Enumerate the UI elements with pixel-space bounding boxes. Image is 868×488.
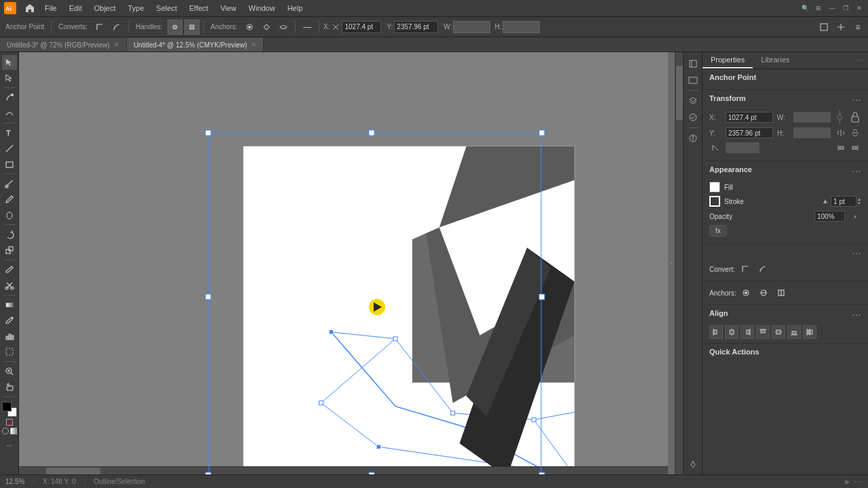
convert-corner-btn2[interactable]: [738, 262, 753, 277]
rectangle-tool-btn[interactable]: [2, 157, 17, 171]
maximize-button[interactable]: ❐: [840, 3, 852, 14]
align-more-btn[interactable]: ⋯: [852, 310, 861, 321]
align-bottom-edge-btn[interactable]: [787, 325, 801, 339]
menu-file[interactable]: File: [39, 3, 62, 14]
transform-w-input[interactable]: [793, 112, 831, 123]
align-left-btn[interactable]: [835, 142, 847, 154]
pin-btn[interactable]: [686, 457, 701, 472]
y-input[interactable]: [394, 21, 438, 33]
scissors-tool-btn[interactable]: [2, 278, 17, 293]
w-input[interactable]: [453, 21, 490, 33]
toolbar-right-btn-3[interactable]: ≡: [850, 20, 865, 35]
canvas-area[interactable]: ›: [19, 52, 683, 474]
anchor-btn-2[interactable]: [756, 285, 771, 300]
toolbar-right-btn-1[interactable]: [816, 20, 831, 35]
align-right-edge-btn[interactable]: [741, 325, 754, 339]
tab-untitled3-close[interactable]: ✕: [114, 41, 119, 48]
align-left-edge-btn[interactable]: [709, 325, 723, 339]
blob-brush-tool-btn[interactable]: [2, 207, 17, 222]
align-center-v-btn[interactable]: [772, 325, 785, 339]
opacity-more-btn[interactable]: ›: [849, 210, 861, 222]
convert-smooth-btn2[interactable]: [755, 262, 770, 277]
gradient-mode-btn[interactable]: [10, 428, 17, 434]
opacity-input[interactable]: [814, 211, 845, 222]
rotate-tool-btn[interactable]: [2, 227, 17, 242]
curvature-tool-btn[interactable]: [2, 106, 17, 121]
menu-object[interactable]: Object: [89, 3, 121, 14]
menu-view[interactable]: View: [215, 3, 242, 14]
transform-x-input[interactable]: [726, 112, 773, 123]
vertical-scrollbar[interactable]: [675, 52, 683, 474]
layers-btn[interactable]: [686, 94, 701, 108]
stroke-weight-input[interactable]: [831, 196, 856, 207]
close-button[interactable]: ✕: [853, 3, 865, 14]
v-scrollbar-thumb[interactable]: [676, 66, 683, 120]
arrange-button[interactable]: ⊞: [812, 3, 825, 14]
stroke-weight-decrease-btn[interactable]: ▲: [818, 195, 831, 207]
gradient-tool-btn[interactable]: [2, 298, 17, 312]
hand-tool-btn[interactable]: [2, 380, 17, 394]
anchors-btn-2[interactable]: [259, 20, 274, 35]
search-button[interactable]: 🔍: [799, 3, 811, 14]
panel-options-btn[interactable]: ⋯: [856, 56, 864, 65]
status-options-btn[interactable]: ⋯: [853, 476, 863, 487]
right-panel-collapse[interactable]: ›: [668, 52, 675, 474]
handles-btn-2[interactable]: [184, 20, 199, 35]
fill-swatch[interactable]: [709, 182, 720, 192]
menu-select[interactable]: Select: [151, 3, 182, 14]
properties-tab[interactable]: Properties: [703, 52, 753, 68]
tab-untitled4[interactable]: Untitled-4* @ 12.5% (CMYK/Preview) ✕: [127, 38, 264, 52]
toolbar-right-btn-2[interactable]: [833, 20, 848, 35]
canvas-btn[interactable]: [686, 73, 701, 87]
anchors-btn-3[interactable]: [276, 20, 291, 35]
transform-h-input[interactable]: [793, 127, 831, 138]
appearance-more-btn[interactable]: ⋯: [852, 166, 861, 177]
menu-help[interactable]: Help: [282, 3, 309, 14]
transform-more-btn[interactable]: ⋯: [852, 95, 861, 106]
align-center-h-btn[interactable]: [725, 325, 738, 339]
info-btn[interactable]: [686, 131, 701, 146]
minimize-button[interactable]: —: [826, 3, 838, 14]
libraries-tab[interactable]: Libraries: [753, 52, 797, 68]
flip-v-btn[interactable]: [849, 127, 861, 139]
ratio-lock-btn[interactable]: [849, 111, 861, 123]
direct-selection-tool-btn[interactable]: [2, 70, 17, 85]
pencil-tool-btn[interactable]: [2, 192, 17, 207]
handles-btn-1[interactable]: [167, 20, 182, 35]
convert-smooth-btn[interactable]: [109, 20, 124, 35]
distribute-left-btn[interactable]: [803, 325, 816, 339]
menu-effect[interactable]: Effect: [184, 3, 214, 14]
pen-tool-btn[interactable]: [2, 90, 17, 105]
horizontal-scrollbar[interactable]: [19, 466, 675, 474]
properties-toggle-btn[interactable]: [686, 56, 701, 71]
tab-untitled4-close[interactable]: ✕: [251, 41, 256, 48]
status-right-btn[interactable]: ▶: [845, 478, 850, 485]
convert-corner-btn[interactable]: [92, 20, 107, 35]
anchors-btn-1[interactable]: [242, 20, 257, 35]
tab-untitled3[interactable]: Untitled-3* @ 72% (RGB/Preview) ✕: [0, 38, 127, 52]
artboard-tool-btn[interactable]: [2, 344, 17, 359]
stroke-swatch[interactable]: [709, 196, 720, 207]
angle-input[interactable]: [726, 142, 760, 153]
line-tool-btn[interactable]: [2, 141, 17, 156]
stroke-weight-stepper[interactable]: ▲ ▼: [857, 197, 861, 205]
bar-graph-tool-btn[interactable]: [2, 329, 17, 344]
color-swatches[interactable]: [2, 402, 17, 417]
scale-tool-btn[interactable]: [2, 243, 17, 258]
assets-btn[interactable]: [686, 110, 701, 125]
flip-h-btn[interactable]: [835, 127, 847, 139]
menu-window[interactable]: Window: [243, 3, 281, 14]
transform-y-input[interactable]: [726, 127, 773, 138]
eraser-tool-btn[interactable]: [2, 262, 17, 277]
menu-edit[interactable]: Edit: [64, 3, 87, 14]
home-button[interactable]: [20, 0, 39, 17]
paintbrush-tool-btn[interactable]: [2, 176, 17, 191]
color-mode-btn[interactable]: [2, 428, 9, 434]
convert-more-btn[interactable]: ⋯: [852, 248, 861, 259]
type-tool-btn[interactable]: T: [2, 125, 17, 140]
align-right-btn[interactable]: [849, 142, 861, 154]
eyedropper-tool-btn[interactable]: [2, 313, 17, 328]
more-tools-btn[interactable]: ···: [2, 438, 17, 453]
anchor-btn-3[interactable]: [774, 285, 789, 300]
h-scrollbar-thumb[interactable]: [46, 468, 100, 474]
